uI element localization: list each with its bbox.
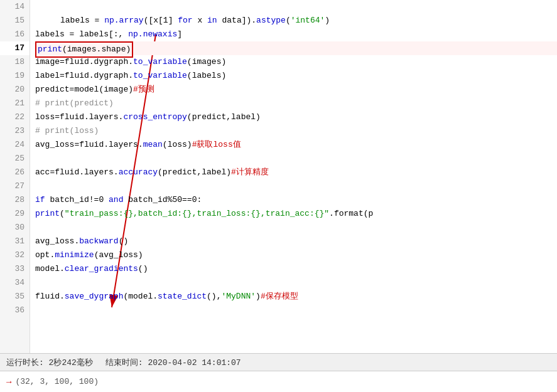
code-line-30: [35, 221, 557, 235]
end-time-label: 结束时间: 2020-04-02 14:01:07: [105, 357, 241, 368]
code-line-15: labels = np.array([x[1] for x in data]).…: [35, 14, 557, 28]
output-value: (32, 3, 100, 100): [15, 377, 99, 386]
code-line-21: # print(predict): [35, 97, 557, 110]
line-num-34: 34: [0, 276, 30, 290]
line-numbers: 14 15 16 17 18 19 20 21 22 23 24 25 26 2…: [0, 0, 30, 353]
code-line-25: [35, 152, 557, 166]
line-num-19: 19: [0, 69, 30, 83]
line-num-30: 30: [0, 221, 30, 235]
code-line-32: opt.minimize(avg_loss): [35, 248, 557, 262]
output-arrow-icon: →: [6, 377, 11, 387]
code-line-17: print(images.shape): [35, 41, 557, 55]
code-line-14: [35, 0, 557, 14]
output-bar: 运行时长: 2秒242毫秒 结束时间: 2020-04-02 14:01:07: [0, 353, 557, 371]
code-line-19: label=fluid.dygraph.to_variable(labels): [35, 69, 557, 83]
line-num-25: 25: [0, 152, 30, 166]
code-line-29: print("train_pass:{},batch_id:{},train_l…: [35, 207, 557, 221]
line-num-33: 33: [0, 262, 30, 276]
code-editor: 14 15 16 17 18 19 20 21 22 23 24 25 26 2…: [0, 0, 557, 392]
line-num-14: 14: [0, 0, 30, 14]
code-line-28: if batch_id!=0 and batch_id%50==0:: [35, 193, 557, 207]
line-num-31: 31: [0, 235, 30, 248]
line-num-17: 17: [0, 41, 30, 55]
line-num-22: 22: [0, 110, 30, 124]
code-line-22: loss=fluid.layers.cross_entropy(predict,…: [35, 110, 557, 124]
line-num-32: 32: [0, 248, 30, 262]
code-line-31: avg_loss.backward(): [35, 235, 557, 248]
code-line-27: [35, 179, 557, 193]
line-num-20: 20: [0, 83, 30, 97]
line-num-18: 18: [0, 55, 30, 69]
code-line-26: acc=fluid.layers.accuracy(predict,label)…: [35, 166, 557, 179]
code-line-33: model.clear_gradients(): [35, 262, 557, 276]
line-num-23: 23: [0, 124, 30, 138]
code-line-36: [35, 304, 557, 317]
line-num-16: 16: [0, 28, 30, 41]
code-line-16: labels = labels[:, np.newaxis]: [35, 28, 557, 41]
code-line-35: fluid.save_dygraph(model.state_dict(),'M…: [35, 290, 557, 304]
line-num-28: 28: [0, 193, 30, 207]
line-num-35: 35: [0, 290, 30, 304]
line-num-27: 27: [0, 179, 30, 193]
code-line-23: # print(loss): [35, 124, 557, 138]
code-line-20: predict=model(image)#预测: [35, 83, 557, 97]
line-num-29: 29: [0, 207, 30, 221]
line-num-36: 36: [0, 304, 30, 317]
line-num-26: 26: [0, 166, 30, 179]
line-num-24: 24: [0, 138, 30, 152]
code-content: labels = np.array([x[1] for x in data]).…: [30, 0, 557, 353]
code-line-34: [35, 276, 557, 290]
runtime-label: 运行时长: 2秒242毫秒: [6, 357, 93, 368]
code-line-24: avg_loss=fluid.layers.mean(loss)#获取loss值: [35, 138, 557, 152]
line-num-15: 15: [0, 14, 30, 28]
code-area: 14 15 16 17 18 19 20 21 22 23 24 25 26 2…: [0, 0, 557, 353]
output-result: → (32, 3, 100, 100): [0, 371, 557, 392]
line-num-21: 21: [0, 97, 30, 110]
code-line-18: image=fluid.dygraph.to_variable(images): [35, 55, 557, 69]
